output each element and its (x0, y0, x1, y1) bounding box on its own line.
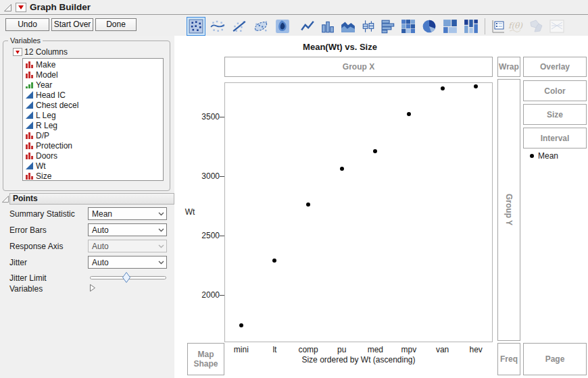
drop-zone-group-y[interactable]: Group Y (497, 79, 520, 341)
column-label: R Leg (36, 121, 57, 130)
error-bars-dropdown[interactable]: Auto (88, 223, 167, 236)
drop-zone-label: Size (547, 110, 563, 119)
column-item-doors[interactable]: Doors (23, 151, 163, 161)
y-tick-mark (220, 295, 224, 296)
drop-zone-interval[interactable]: Interval (523, 128, 587, 148)
nominal-bars-icon (26, 61, 33, 68)
column-label: L Leg (36, 111, 56, 120)
done-button[interactable]: Done (95, 18, 137, 31)
column-item-head-ic[interactable]: Head IC (23, 90, 163, 100)
columns-list[interactable]: MakeModelYearHead ICChest decelL LegR Le… (22, 58, 164, 181)
graph-builder-window: Graph Builder Undo Start Over Done f(θ) … (0, 0, 588, 378)
chevron-down-icon (158, 261, 164, 265)
legend-item-mean[interactable]: Mean (538, 151, 558, 161)
y-tick-mark (220, 117, 224, 117)
column-item-make[interactable]: Make (23, 59, 163, 70)
summary-statistic-dropdown[interactable]: Mean (88, 207, 167, 220)
collapse-triangle-icon[interactable] (3, 3, 12, 12)
column-item-size[interactable]: Size (23, 171, 163, 181)
x-tick-label: pu (325, 345, 359, 354)
column-label: Protection (36, 141, 72, 151)
points-row-label: Jitter Limit (9, 273, 47, 283)
bar-chart-icon[interactable] (318, 17, 337, 36)
red-triangle-icon (18, 5, 24, 9)
column-label: Model (36, 70, 58, 80)
columns-red-triangle-button[interactable] (13, 48, 22, 56)
undo-button[interactable]: Undo (5, 18, 49, 31)
dropdown-button[interactable] (155, 228, 166, 232)
area-chart-icon[interactable] (339, 17, 358, 36)
contour-icon[interactable] (273, 17, 292, 36)
chevron-down-icon (158, 228, 164, 232)
points-row-label: Response Axis (9, 242, 63, 251)
caption-box-icon[interactable] (489, 17, 508, 36)
drop-zone-map-shape[interactable]: Map Shape (187, 343, 224, 375)
y-tick-mark (220, 176, 224, 177)
jitter-limit-slider-thumb[interactable] (122, 272, 130, 283)
continuous-ramp-icon (26, 162, 33, 169)
variables-groupbox-title: Variables (8, 36, 43, 45)
points-collapse-triangle-icon[interactable] (1, 195, 9, 203)
drop-zone-page[interactable]: Page (523, 343, 587, 375)
y-tick-label: 3000 (192, 171, 220, 181)
points-icon[interactable] (187, 17, 205, 36)
treemap-icon[interactable] (441, 17, 460, 36)
x-tick-label: hev (459, 345, 493, 354)
drop-zone-label: Map Shape (192, 350, 220, 369)
y-axis-label: Wt (181, 207, 199, 217)
dropdown-value: Auto (89, 242, 155, 251)
drop-zone-label: Color (544, 86, 565, 96)
drop-zone-color[interactable]: Color (523, 80, 587, 101)
drop-zone-size[interactable]: Size (523, 104, 587, 125)
column-item-year[interactable]: Year (23, 80, 163, 90)
histogram-icon[interactable] (379, 17, 398, 36)
column-item-wt[interactable]: Wt (23, 161, 163, 171)
column-item-protection[interactable]: Protection (23, 140, 163, 151)
start-over-button[interactable]: Start Over (51, 18, 93, 31)
nominal-bars-icon (26, 71, 33, 78)
y-tick-label: 2000 (192, 290, 220, 300)
red-triangle-menu-button[interactable] (16, 3, 26, 12)
data-point-van[interactable] (441, 86, 445, 90)
pie-chart-icon[interactable] (420, 17, 439, 36)
columns-count-label: 12 Columns (24, 47, 68, 57)
drop-zone-overlay[interactable]: Overlay (523, 57, 587, 77)
dropdown-value: Auto (89, 225, 155, 235)
x-tick-label: mpv (392, 345, 426, 354)
column-item-d-p[interactable]: D/P (23, 130, 163, 140)
dropdown-button[interactable] (155, 261, 166, 265)
line-of-fit-icon[interactable] (230, 17, 249, 36)
column-label: D/P (36, 131, 49, 140)
column-item-chest-decel[interactable]: Chest decel (23, 100, 163, 110)
points-panel-header[interactable]: Points (9, 193, 174, 205)
continuous-ramp-icon (26, 101, 33, 109)
svg-text:f(θ): f(θ) (508, 21, 523, 30)
chart-title: Mean(Wt) vs. Size (187, 42, 493, 53)
column-item-l-leg[interactable]: L Leg (23, 110, 163, 120)
toolbar: Undo Start Over Done f(θ) (0, 15, 588, 36)
drop-zone-label: Overlay (540, 62, 570, 72)
variables-disclosure-icon[interactable] (89, 283, 96, 295)
smoother-icon[interactable] (208, 17, 227, 36)
drop-zone-group-x[interactable]: Group X (224, 57, 493, 77)
line-chart-icon[interactable] (298, 17, 317, 36)
y-tick-mark (220, 236, 224, 236)
column-label: Wt (36, 161, 46, 171)
box-plot-icon[interactable] (359, 17, 378, 36)
heatmap-icon[interactable] (399, 17, 418, 36)
column-item-model[interactable]: Model (23, 70, 163, 80)
x-axis-label: Size ordered by Wt (ascending) (224, 355, 493, 364)
mosaic-icon[interactable] (462, 17, 481, 36)
dropdown-button[interactable] (155, 212, 166, 216)
drop-zone-wrap[interactable]: Wrap (497, 57, 520, 77)
dropdown-button (155, 244, 166, 248)
column-label: Doors (36, 151, 57, 161)
x-tick-label: comp (291, 345, 325, 354)
nominal-bars-icon (26, 172, 33, 180)
ellipse-icon[interactable] (251, 17, 270, 36)
drop-zone-freq[interactable]: Freq (497, 343, 520, 375)
column-item-r-leg[interactable]: R Leg (23, 120, 163, 130)
plot-area[interactable] (224, 82, 493, 342)
jitter-dropdown[interactable]: Auto (88, 256, 167, 269)
points-row-label: Error Bars (9, 225, 47, 235)
